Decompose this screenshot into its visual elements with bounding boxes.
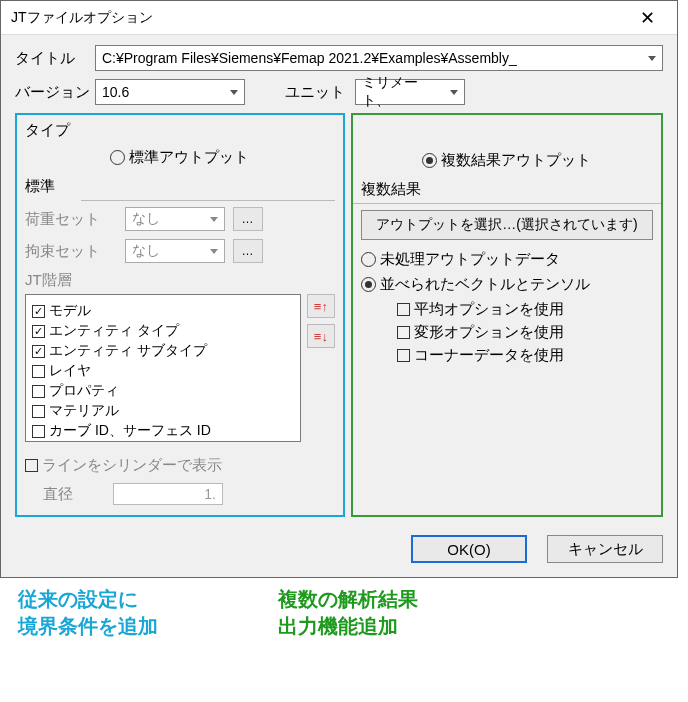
title-label: タイトル bbox=[15, 49, 95, 68]
unit-select[interactable]: ミリメート、 bbox=[355, 79, 465, 105]
jt-hierarchy-label: JT階層 bbox=[25, 271, 335, 290]
tree-item: エンティティ タイプ bbox=[32, 321, 294, 341]
title-select[interactable]: C:¥Program Files¥Siemens¥Femap 2021.2¥Ex… bbox=[95, 45, 663, 71]
checkbox-icon[interactable] bbox=[32, 305, 45, 318]
move-down-button[interactable]: ≡↓ bbox=[307, 324, 335, 348]
select-output-button[interactable]: アウトプットを選択…(選択されています) bbox=[361, 210, 653, 240]
close-icon[interactable]: ✕ bbox=[627, 7, 667, 29]
version-label: バージョン bbox=[15, 83, 95, 102]
corner-checkbox[interactable] bbox=[397, 349, 410, 362]
tree-item: マテリアル bbox=[32, 401, 294, 421]
radio-standard-output[interactable] bbox=[110, 150, 125, 165]
jt-hierarchy-tree[interactable]: モデル エンティティ タイプ エンティティ サブタイプ レイヤ プロパティ マテ… bbox=[25, 294, 301, 442]
checkbox-icon[interactable] bbox=[32, 405, 45, 418]
right-caption: 複数の解析結果 出力機能追加 bbox=[278, 586, 418, 640]
move-up-button[interactable]: ≡↑ bbox=[307, 294, 335, 318]
avg-checkbox[interactable] bbox=[397, 303, 410, 316]
cylinder-checkbox[interactable] bbox=[25, 459, 38, 472]
diameter-input[interactable]: 1. bbox=[113, 483, 223, 505]
checkbox-icon[interactable] bbox=[32, 345, 45, 358]
unit-label: ユニット bbox=[285, 83, 345, 102]
radio-raw-output[interactable] bbox=[361, 252, 376, 267]
deform-checkbox[interactable] bbox=[397, 326, 410, 339]
load-set-more-button[interactable]: … bbox=[233, 207, 263, 231]
tree-item: プロパティ bbox=[32, 381, 294, 401]
checkbox-icon[interactable] bbox=[32, 365, 45, 378]
tree-item: モデル bbox=[32, 301, 294, 321]
cancel-button[interactable]: キャンセル bbox=[547, 535, 663, 563]
annotation-captions: 従来の設定に 境界条件を追加 複数の解析結果 出力機能追加 bbox=[0, 578, 688, 658]
multi-result-panel: 複数結果アウトプット 複数結果 アウトプットを選択…(選択されています) 未処理… bbox=[351, 113, 663, 517]
radio-vectors-tensors[interactable] bbox=[361, 277, 376, 292]
tree-item: カーブ ID、サーフェス ID bbox=[32, 421, 294, 441]
load-set-label: 荷重セット bbox=[25, 210, 125, 229]
constraint-set-select[interactable]: なし bbox=[125, 239, 225, 263]
diameter-label: 直径 bbox=[43, 485, 73, 504]
load-set-select[interactable]: なし bbox=[125, 207, 225, 231]
checkbox-icon[interactable] bbox=[32, 325, 45, 338]
type-header: タイプ bbox=[25, 121, 335, 140]
multi-header: 複数結果 bbox=[361, 180, 653, 199]
standard-output-panel: タイプ 標準アウトプット 標準 荷重セット なし … 拘束セット なし … JT bbox=[15, 113, 345, 517]
constraint-set-label: 拘束セット bbox=[25, 242, 125, 261]
titlebar: JTファイルオプション ✕ bbox=[1, 1, 677, 35]
jt-file-options-dialog: JTファイルオプション ✕ タイトル C:¥Program Files¥Siem… bbox=[0, 0, 678, 578]
tree-item: レイヤ bbox=[32, 361, 294, 381]
ok-button[interactable]: OK(O) bbox=[411, 535, 527, 563]
left-caption: 従来の設定に 境界条件を追加 bbox=[18, 586, 278, 640]
dialog-title: JTファイルオプション bbox=[11, 9, 153, 27]
standard-header: 標準 bbox=[25, 177, 335, 196]
radio-multi-output[interactable] bbox=[422, 153, 437, 168]
tree-item: エンティティ サブタイプ bbox=[32, 341, 294, 361]
checkbox-icon[interactable] bbox=[32, 425, 45, 438]
checkbox-icon[interactable] bbox=[32, 385, 45, 398]
version-select[interactable]: 10.6 bbox=[95, 79, 245, 105]
constraint-set-more-button[interactable]: … bbox=[233, 239, 263, 263]
